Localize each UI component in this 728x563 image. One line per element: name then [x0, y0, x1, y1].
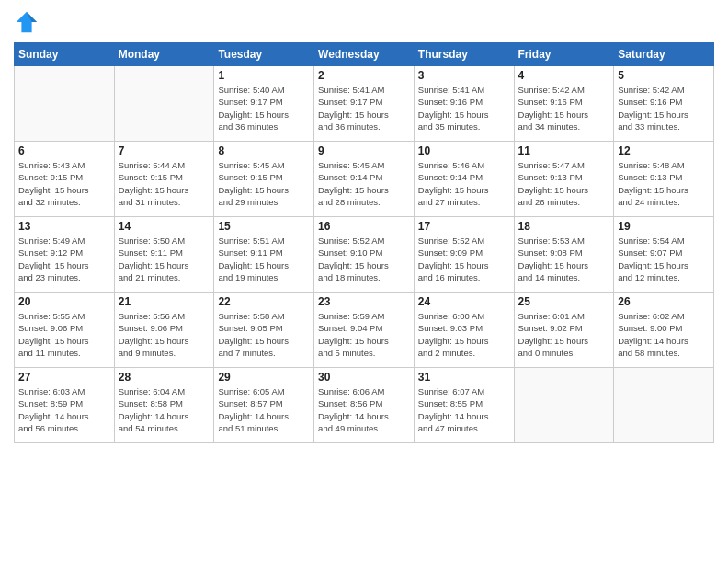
- day-number: 22: [218, 295, 310, 308]
- calendar-cell: 20Sunrise: 5:55 AM Sunset: 9:06 PM Dayli…: [15, 293, 115, 368]
- day-info: Sunrise: 6:03 AM Sunset: 8:59 PM Dayligh…: [18, 385, 110, 434]
- day-info: Sunrise: 5:41 AM Sunset: 9:16 PM Dayligh…: [418, 84, 510, 132]
- weekday-header-thursday: Thursday: [414, 43, 514, 66]
- calendar-cell: 5Sunrise: 5:42 AM Sunset: 9:16 PM Daylig…: [614, 66, 714, 142]
- calendar-cell: 9Sunrise: 5:45 AM Sunset: 9:14 PM Daylig…: [314, 142, 415, 217]
- day-info: Sunrise: 6:02 AM Sunset: 9:00 PM Dayligh…: [618, 310, 710, 359]
- day-number: 28: [119, 371, 210, 384]
- calendar-cell: 11Sunrise: 5:47 AM Sunset: 9:13 PM Dayli…: [514, 142, 614, 217]
- day-info: Sunrise: 5:56 AM Sunset: 9:06 PM Dayligh…: [119, 310, 210, 359]
- weekday-header-saturday: Saturday: [614, 43, 714, 66]
- day-info: Sunrise: 6:06 AM Sunset: 8:56 PM Dayligh…: [318, 385, 410, 434]
- day-number: 4: [518, 69, 610, 82]
- weekday-header-tuesday: Tuesday: [214, 43, 314, 66]
- day-info: Sunrise: 5:40 AM Sunset: 9:17 PM Dayligh…: [218, 84, 310, 132]
- day-number: 18: [518, 220, 610, 233]
- day-info: Sunrise: 5:52 AM Sunset: 9:09 PM Dayligh…: [418, 235, 510, 283]
- day-number: 15: [218, 220, 310, 233]
- day-info: Sunrise: 5:53 AM Sunset: 9:08 PM Dayligh…: [518, 235, 610, 283]
- calendar-cell: 16Sunrise: 5:52 AM Sunset: 9:10 PM Dayli…: [314, 217, 415, 293]
- day-number: 14: [119, 220, 210, 233]
- day-info: Sunrise: 5:43 AM Sunset: 9:15 PM Dayligh…: [18, 159, 110, 208]
- calendar-cell: 22Sunrise: 5:58 AM Sunset: 9:05 PM Dayli…: [214, 293, 314, 368]
- calendar-cell: 3Sunrise: 5:41 AM Sunset: 9:16 PM Daylig…: [414, 66, 514, 142]
- calendar-week-4: 20Sunrise: 5:55 AM Sunset: 9:06 PM Dayli…: [15, 293, 714, 368]
- calendar-cell: [514, 368, 614, 443]
- day-number: 12: [618, 144, 710, 157]
- day-info: Sunrise: 5:45 AM Sunset: 9:14 PM Dayligh…: [318, 159, 410, 208]
- day-info: Sunrise: 5:51 AM Sunset: 9:11 PM Dayligh…: [218, 235, 310, 283]
- calendar-cell: [114, 66, 214, 142]
- calendar-cell: 30Sunrise: 6:06 AM Sunset: 8:56 PM Dayli…: [314, 368, 415, 443]
- day-info: Sunrise: 5:58 AM Sunset: 9:05 PM Dayligh…: [218, 310, 310, 359]
- day-number: 27: [18, 371, 110, 384]
- calendar-cell: 4Sunrise: 5:42 AM Sunset: 9:16 PM Daylig…: [514, 66, 614, 142]
- day-info: Sunrise: 5:49 AM Sunset: 9:12 PM Dayligh…: [18, 235, 110, 283]
- day-number: 5: [618, 69, 710, 82]
- logo-icon: [14, 9, 40, 35]
- weekday-header-friday: Friday: [514, 43, 614, 66]
- day-number: 13: [18, 220, 110, 233]
- day-number: 10: [418, 144, 510, 157]
- calendar-body: 1Sunrise: 5:40 AM Sunset: 9:17 PM Daylig…: [15, 66, 714, 443]
- weekday-row: SundayMondayTuesdayWednesdayThursdayFrid…: [15, 43, 714, 66]
- weekday-header-sunday: Sunday: [15, 43, 115, 66]
- calendar-cell: 13Sunrise: 5:49 AM Sunset: 9:12 PM Dayli…: [15, 217, 115, 293]
- page: SundayMondayTuesdayWednesdayThursdayFrid…: [0, 0, 728, 563]
- calendar-week-3: 13Sunrise: 5:49 AM Sunset: 9:12 PM Dayli…: [15, 217, 714, 293]
- day-info: Sunrise: 6:05 AM Sunset: 8:57 PM Dayligh…: [218, 385, 310, 434]
- day-info: Sunrise: 5:59 AM Sunset: 9:04 PM Dayligh…: [318, 310, 410, 359]
- day-number: 3: [418, 69, 510, 82]
- day-number: 20: [18, 295, 110, 308]
- calendar-cell: 18Sunrise: 5:53 AM Sunset: 9:08 PM Dayli…: [514, 217, 614, 293]
- calendar: SundayMondayTuesdayWednesdayThursdayFrid…: [14, 42, 714, 443]
- calendar-cell: 31Sunrise: 6:07 AM Sunset: 8:55 PM Dayli…: [414, 368, 514, 443]
- header: [14, 9, 714, 35]
- day-number: 17: [418, 220, 510, 233]
- day-info: Sunrise: 5:44 AM Sunset: 9:15 PM Dayligh…: [119, 159, 210, 208]
- day-info: Sunrise: 5:55 AM Sunset: 9:06 PM Dayligh…: [18, 310, 110, 359]
- day-number: 7: [119, 144, 210, 157]
- logo: [14, 9, 43, 35]
- calendar-cell: 10Sunrise: 5:46 AM Sunset: 9:14 PM Dayli…: [414, 142, 514, 217]
- calendar-week-2: 6Sunrise: 5:43 AM Sunset: 9:15 PM Daylig…: [15, 142, 714, 217]
- day-info: Sunrise: 5:52 AM Sunset: 9:10 PM Dayligh…: [318, 235, 410, 283]
- calendar-cell: 26Sunrise: 6:02 AM Sunset: 9:00 PM Dayli…: [614, 293, 714, 368]
- day-info: Sunrise: 5:50 AM Sunset: 9:11 PM Dayligh…: [119, 235, 210, 283]
- day-number: 30: [318, 371, 410, 384]
- calendar-cell: 21Sunrise: 5:56 AM Sunset: 9:06 PM Dayli…: [114, 293, 214, 368]
- calendar-header: SundayMondayTuesdayWednesdayThursdayFrid…: [15, 43, 714, 66]
- calendar-cell: [15, 66, 115, 142]
- day-number: 25: [518, 295, 610, 308]
- day-number: 26: [618, 295, 710, 308]
- day-number: 8: [218, 144, 310, 157]
- day-number: 23: [318, 295, 410, 308]
- day-info: Sunrise: 6:01 AM Sunset: 9:02 PM Dayligh…: [518, 310, 610, 359]
- calendar-cell: 19Sunrise: 5:54 AM Sunset: 9:07 PM Dayli…: [614, 217, 714, 293]
- calendar-cell: 15Sunrise: 5:51 AM Sunset: 9:11 PM Dayli…: [214, 217, 314, 293]
- calendar-cell: 17Sunrise: 5:52 AM Sunset: 9:09 PM Dayli…: [414, 217, 514, 293]
- calendar-cell: 7Sunrise: 5:44 AM Sunset: 9:15 PM Daylig…: [114, 142, 214, 217]
- day-number: 21: [119, 295, 210, 308]
- calendar-cell: 6Sunrise: 5:43 AM Sunset: 9:15 PM Daylig…: [15, 142, 115, 217]
- day-info: Sunrise: 5:42 AM Sunset: 9:16 PM Dayligh…: [518, 84, 610, 132]
- calendar-cell: 23Sunrise: 5:59 AM Sunset: 9:04 PM Dayli…: [314, 293, 415, 368]
- calendar-cell: [614, 368, 714, 443]
- calendar-cell: 27Sunrise: 6:03 AM Sunset: 8:59 PM Dayli…: [15, 368, 115, 443]
- calendar-cell: 8Sunrise: 5:45 AM Sunset: 9:15 PM Daylig…: [214, 142, 314, 217]
- day-number: 11: [518, 144, 610, 157]
- weekday-header-wednesday: Wednesday: [314, 43, 415, 66]
- calendar-week-1: 1Sunrise: 5:40 AM Sunset: 9:17 PM Daylig…: [15, 66, 714, 142]
- calendar-cell: 12Sunrise: 5:48 AM Sunset: 9:13 PM Dayli…: [614, 142, 714, 217]
- day-number: 19: [618, 220, 710, 233]
- day-number: 9: [318, 144, 410, 157]
- calendar-cell: 14Sunrise: 5:50 AM Sunset: 9:11 PM Dayli…: [114, 217, 214, 293]
- calendar-cell: 2Sunrise: 5:41 AM Sunset: 9:17 PM Daylig…: [314, 66, 415, 142]
- day-info: Sunrise: 6:00 AM Sunset: 9:03 PM Dayligh…: [418, 310, 510, 359]
- calendar-cell: 24Sunrise: 6:00 AM Sunset: 9:03 PM Dayli…: [414, 293, 514, 368]
- calendar-cell: 25Sunrise: 6:01 AM Sunset: 9:02 PM Dayli…: [514, 293, 614, 368]
- day-info: Sunrise: 5:46 AM Sunset: 9:14 PM Dayligh…: [418, 159, 510, 208]
- day-info: Sunrise: 5:48 AM Sunset: 9:13 PM Dayligh…: [618, 159, 710, 208]
- day-info: Sunrise: 5:47 AM Sunset: 9:13 PM Dayligh…: [518, 159, 610, 208]
- day-number: 29: [218, 371, 310, 384]
